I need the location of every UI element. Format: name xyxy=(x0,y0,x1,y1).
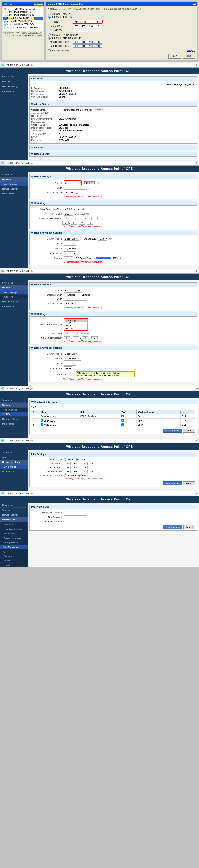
channel-adv-select-2[interactable]: 1,13 xyxy=(98,237,108,241)
distance-input-2[interactable] xyxy=(64,256,73,260)
dns1-octet-3[interactable] xyxy=(88,41,94,43)
validate-row[interactable]: 退出时验证设置(L) 高级(V)... xyxy=(48,49,196,52)
max-button[interactable]: □ xyxy=(37,3,40,6)
go-icon-5[interactable]: ▶ xyxy=(196,439,198,442)
conn-item-7[interactable]: 🔗 链路层拓扑发现映射器 I/O 驱动程序 xyxy=(3,26,43,29)
dns-o3-3[interactable] xyxy=(82,336,88,339)
url-input-2[interactable]: 192.168.0.1/cgi-bin/luci/login xyxy=(5,161,196,165)
dns-o4-2[interactable] xyxy=(91,217,97,220)
sidebar-timezone-6[interactable]: Time Zone Settings xyxy=(0,527,28,531)
ssid-input-3[interactable] xyxy=(64,297,87,301)
url-input-4[interactable]: 192.168.0.1/cgi-bin/luci/login xyxy=(5,386,196,390)
dns-o2-3[interactable] xyxy=(73,336,79,339)
ssid-input-2[interactable] xyxy=(64,186,87,190)
sidebar-logout-6[interactable]: Logout xyxy=(0,563,28,567)
sidebar-network-settings-3[interactable]: Network Settings xyxy=(0,299,28,304)
sidebar-backup-6[interactable]: BackupRestore xyxy=(0,540,28,545)
radio-static-dns-input[interactable] xyxy=(48,37,50,39)
conn-item-4-selected[interactable]: 🌐 Internet 协议版本 4 (TCP/IPv4) xyxy=(3,17,43,20)
gateway-o1-5[interactable] xyxy=(64,470,71,473)
drop-off-button[interactable]: Drop off xyxy=(94,108,104,111)
sidebar-maintenance-sub-6[interactable]: Maintenance xyxy=(0,554,28,558)
radio-auto-ip-input[interactable] xyxy=(48,12,50,15)
url-input-6[interactable]: 192.168.0.1/cgi-bin/luci/login xyxy=(5,491,196,495)
distance-input-3[interactable] xyxy=(64,373,73,376)
ip-input-group[interactable]: . . . xyxy=(73,20,103,24)
ip-o2-5[interactable] xyxy=(72,462,79,465)
subnet-octet-3[interactable] xyxy=(88,25,94,27)
gateway-o4-5[interactable] xyxy=(89,470,96,473)
new-pwd-input[interactable] xyxy=(64,516,87,519)
vap-row-2[interactable]: 2 SSID_WLAN Open 0:11 xyxy=(31,418,195,423)
sidebar-services-6[interactable]: Services xyxy=(0,558,28,563)
sidebar-basic-settings-4[interactable]: Basic Settings xyxy=(0,408,28,412)
band-select-3[interactable]: 2.4GHz xyxy=(64,362,76,366)
url-input-1[interactable]: 192.168.0.1/cgi-bin/luci/login xyxy=(5,63,196,67)
radio-static-ip-input[interactable] xyxy=(48,16,50,19)
dns2-octet-4[interactable] xyxy=(95,45,101,47)
band-select-2[interactable]: 2.4GHz xyxy=(64,242,76,246)
dns-o1-2[interactable] xyxy=(64,217,70,220)
channel-select-3[interactable]: 1 (2412MHz) xyxy=(64,357,81,361)
reset-btn-5[interactable]: Reboot xyxy=(183,482,195,485)
save-btn-5[interactable]: Save Changes xyxy=(163,482,182,485)
subnet-o4-5[interactable] xyxy=(89,466,96,469)
mtu-input-2[interactable] xyxy=(64,212,73,216)
dns2-octet-3[interactable] xyxy=(88,45,94,47)
sidebar-maintenance-4[interactable]: Maintenance xyxy=(0,422,28,426)
mtu-input-3[interactable] xyxy=(64,332,73,335)
vap-status-chk-1[interactable] xyxy=(41,415,43,417)
ip-octet-1[interactable] xyxy=(74,21,80,23)
dns1-input-group[interactable]: . . . xyxy=(73,40,102,43)
sidebar-wireless-6[interactable]: Wireless xyxy=(0,507,28,513)
gateway-octet-4[interactable] xyxy=(95,29,101,31)
subnet-o2-5[interactable] xyxy=(72,466,79,469)
sidebar-system-info-4[interactable]: System info xyxy=(0,398,28,403)
ip-octet-3[interactable] xyxy=(88,21,94,23)
broadcast-disabled-radio[interactable] xyxy=(78,293,80,296)
dns-o4-3[interactable] xyxy=(91,336,97,339)
lock-all-button-2[interactable]: Lock All xyxy=(84,181,94,184)
dns2-o3-2[interactable] xyxy=(79,221,85,225)
sidebar-system-info-1[interactable]: System info xyxy=(0,74,28,79)
gateway-input-group[interactable]: . . . xyxy=(73,29,102,32)
vap-status-chk-2[interactable] xyxy=(41,419,43,422)
dns2-o2-2[interactable] xyxy=(71,221,77,225)
dns2-octet-2[interactable] xyxy=(81,45,87,47)
radio-auto-ip[interactable]: 自动获得 IP 地址(O) xyxy=(48,12,196,15)
auth-select-3[interactable]: Open xyxy=(64,302,74,305)
subnet-input-group[interactable]: . . . xyxy=(73,25,102,28)
channel-select-2[interactable]: 1 (2412MHz) xyxy=(64,247,81,250)
broadcast-enabled-radio[interactable] xyxy=(64,293,66,296)
subnet-octet-4[interactable] xyxy=(95,25,101,27)
txrx-chain-select-3[interactable]: 1/1 xyxy=(64,367,72,370)
gateway-input-group-5[interactable]: . . . xyxy=(64,470,96,473)
go-icon-2[interactable]: ▶ xyxy=(196,162,198,164)
vap-wan-chk-1[interactable] xyxy=(121,415,124,417)
dns2-o4-2[interactable] xyxy=(87,221,93,225)
subnet-o3-5[interactable] xyxy=(81,466,88,469)
conn-item-1[interactable]: 📶 Broadcom 802.11ac Network Adapter xyxy=(3,8,43,10)
dhcp-radio-5[interactable] xyxy=(64,458,66,461)
confirm-pwd-input[interactable] xyxy=(64,520,87,523)
dacf-radio-5[interactable] xyxy=(76,458,79,461)
conn-item-2[interactable]: 🔗 Microsoft Wi-Fi Direct适配器 xyxy=(3,10,43,13)
wan-conn-select-3[interactable]: VSIS Bridge DHCP PPPoE Static IP xyxy=(64,319,88,330)
sidebar-qos-6[interactable]: QoS xyxy=(0,549,28,554)
dns-o1-3[interactable] xyxy=(64,336,70,339)
sidebar-wireless-3[interactable]: Wireless xyxy=(0,285,28,290)
sidebar-maintenance-5[interactable]: Maintenance xyxy=(0,469,28,474)
spanning-disabled-radio[interactable] xyxy=(64,474,66,477)
go-icon-6[interactable]: ▶ xyxy=(196,492,198,494)
dns2-o1-2[interactable] xyxy=(63,221,69,225)
wan-conn-select-2[interactable]: VSIS Bridge xyxy=(64,207,80,211)
go-icon-4[interactable]: ▶ xyxy=(196,387,198,390)
min-button[interactable]: — xyxy=(34,3,37,6)
sidebar-wireless-4[interactable]: Wireless xyxy=(0,403,28,408)
conn-item-6[interactable]: 🌐 Internet 协议版本 6 (TCP/IPv6) xyxy=(3,23,43,26)
sidebar-password-6[interactable]: Password xyxy=(0,522,28,527)
reset-btn-4[interactable]: Reboot xyxy=(183,429,195,433)
vap-wan-chk-3[interactable] xyxy=(121,424,124,426)
gateway-octet-1[interactable] xyxy=(73,29,80,31)
connections-list[interactable]: 📶 Broadcom 802.11ac Network Adapter 🔗 Mi… xyxy=(3,7,43,31)
